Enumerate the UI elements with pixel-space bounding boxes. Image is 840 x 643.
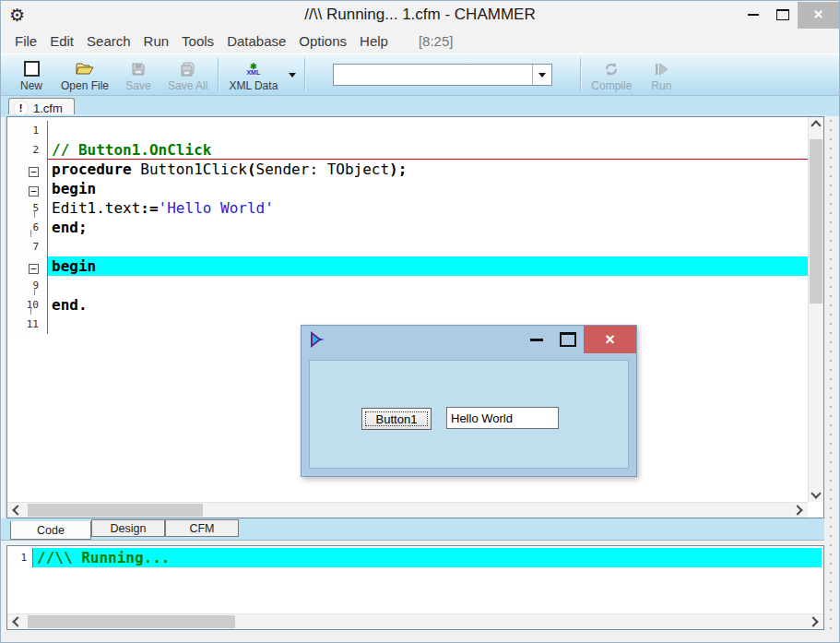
editor-horizontal-scrollbar[interactable] <box>7 502 808 518</box>
code-text[interactable] <box>48 276 808 295</box>
editor-line-7[interactable]: 7 <box>7 237 823 256</box>
scroll-up-arrow[interactable] <box>809 117 823 134</box>
window-controls: × <box>739 2 839 29</box>
scroll-left-arrow[interactable] <box>9 503 26 518</box>
line-number: 5 <box>7 198 48 218</box>
scroll-down-arrow[interactable] <box>809 485 823 502</box>
tab-code[interactable]: Code <box>10 521 91 540</box>
menu-bar: File Edit Search Run Tools Database Opti… <box>1 29 839 54</box>
scroll-right-arrow[interactable] <box>789 503 806 518</box>
code-text[interactable]: procedure Button1Click(Sender: TObject); <box>48 160 808 179</box>
form-client-area: Button1 <box>309 360 629 469</box>
tab-1cfm[interactable]: ! 1.cfm <box>8 98 75 117</box>
minimize-icon <box>530 339 543 341</box>
maximize-icon <box>560 332 576 347</box>
editor-line-6[interactable]: 6end; <box>7 218 823 237</box>
compile-button-label: Compile <box>591 79 632 92</box>
line-number: 1 <box>7 548 33 567</box>
save-all-button[interactable]: Save All <box>161 54 214 95</box>
new-button[interactable]: New <box>8 54 54 95</box>
view-tab-strip: Code Design CFM <box>1 518 826 541</box>
menu-edit[interactable]: Edit <box>43 30 80 52</box>
form-app-play-icon <box>309 331 327 348</box>
xml-data-icon: ✱XML <box>246 61 260 77</box>
form-button1[interactable]: Button1 <box>361 408 432 430</box>
vertical-scroll-thumb[interactable] <box>810 139 822 304</box>
fold-collapse-icon[interactable]: − <box>29 186 39 196</box>
close-button[interactable]: × <box>798 2 839 29</box>
line-number: 6 <box>7 218 48 237</box>
toolbar-separator <box>580 58 581 91</box>
code-editor-view[interactable]: 12// Button1.OnClick−procedure Button1Cl… <box>7 117 823 502</box>
xml-data-button[interactable]: ✱XML XML Data <box>222 54 284 95</box>
toolbar-combobox-input[interactable] <box>334 65 532 85</box>
editor-line-2[interactable]: 2// Button1.OnClick <box>7 140 823 160</box>
code-text[interactable]: begin <box>48 179 808 198</box>
editor-vertical-scrollbar[interactable] <box>808 117 823 502</box>
menu-tools[interactable]: Tools <box>175 30 220 52</box>
xml-data-dropdown-arrow[interactable] <box>284 54 301 95</box>
form-maximize-button[interactable] <box>552 332 584 347</box>
form-close-button[interactable]: × <box>584 326 636 353</box>
chevron-left-icon <box>12 616 22 626</box>
editor-line-8[interactable]: −begin <box>7 256 823 276</box>
code-text[interactable]: begin <box>48 256 808 276</box>
horizontal-scroll-thumb[interactable] <box>28 615 235 628</box>
menu-help[interactable]: Help <box>353 30 395 52</box>
form-edit1[interactable] <box>446 407 559 429</box>
scroll-right-arrow[interactable] <box>805 614 822 629</box>
menu-database[interactable]: Database <box>220 30 292 52</box>
toolbar-separator <box>304 58 305 91</box>
code-text[interactable]: // Button1.OnClick <box>48 140 808 160</box>
save-button[interactable]: Save <box>115 54 161 95</box>
code-text[interactable] <box>48 237 808 256</box>
menu-run[interactable]: Run <box>137 30 176 52</box>
output-line-1[interactable]: 1//\\ Running... <box>7 548 823 567</box>
editor-line-3[interactable]: −procedure Button1Click(Sender: TObject)… <box>7 160 823 179</box>
line-number: 7 <box>7 237 48 256</box>
editor-line-10[interactable]: 10end. <box>7 295 823 315</box>
code-text[interactable]: end. <box>48 295 808 315</box>
form-title-bar[interactable]: × <box>302 326 636 353</box>
code-text[interactable]: //\\ Running... <box>33 548 822 567</box>
code-editor-panel: 12// Button1.OnClick−procedure Button1Cl… <box>6 116 824 518</box>
dock-strip <box>824 116 838 633</box>
open-file-button[interactable]: Open File <box>54 54 115 95</box>
scroll-left-arrow[interactable] <box>9 614 26 629</box>
menu-file[interactable]: File <box>8 30 43 52</box>
run-button-label: Run <box>651 79 671 92</box>
code-text[interactable]: end; <box>48 218 808 237</box>
running-form-window[interactable]: × Button1 <box>301 325 637 477</box>
xml-data-button-label: XML Data <box>229 79 278 92</box>
output-horizontal-scrollbar[interactable] <box>7 613 823 629</box>
code-text[interactable] <box>48 121 808 140</box>
combobox-dropdown-button[interactable] <box>532 65 551 85</box>
minimize-icon <box>748 14 759 16</box>
editor-line-9[interactable]: 9 <box>7 276 823 295</box>
editor-line-4[interactable]: −begin <box>7 179 823 198</box>
form-window-controls: × <box>521 326 636 353</box>
minimize-button[interactable] <box>739 2 768 29</box>
toolbar-combobox[interactable] <box>333 64 552 86</box>
fold-collapse-icon[interactable]: − <box>29 167 39 177</box>
chevron-up-icon <box>810 120 821 130</box>
horizontal-scroll-thumb[interactable] <box>28 504 203 517</box>
menu-search[interactable]: Search <box>80 30 137 52</box>
line-number: 2 <box>7 140 48 160</box>
output-view[interactable]: 1//\\ Running... <box>7 546 823 613</box>
output-panel: 1//\\ Running... <box>6 545 824 630</box>
maximize-button[interactable] <box>768 2 798 29</box>
tab-cfm[interactable]: CFM <box>165 519 239 537</box>
form-edit1-input[interactable] <box>447 408 558 428</box>
run-button[interactable]: Run <box>638 54 684 95</box>
editor-line-1[interactable]: 1 <box>7 121 823 140</box>
modified-exclamation-icon: ! <box>14 101 28 115</box>
app-window: ⚙ //\\ Running... 1.cfm - CHAMMER × File… <box>0 0 840 643</box>
menu-options[interactable]: Options <box>292 30 353 52</box>
code-text[interactable]: Edit1.text:='Hello World' <box>48 198 808 218</box>
form-minimize-button[interactable] <box>521 339 552 341</box>
tab-design[interactable]: Design <box>91 519 165 537</box>
fold-collapse-icon[interactable]: − <box>29 264 39 274</box>
editor-line-5[interactable]: 5Edit1.text:='Hello World' <box>7 198 823 218</box>
compile-button[interactable]: Compile <box>585 54 638 95</box>
